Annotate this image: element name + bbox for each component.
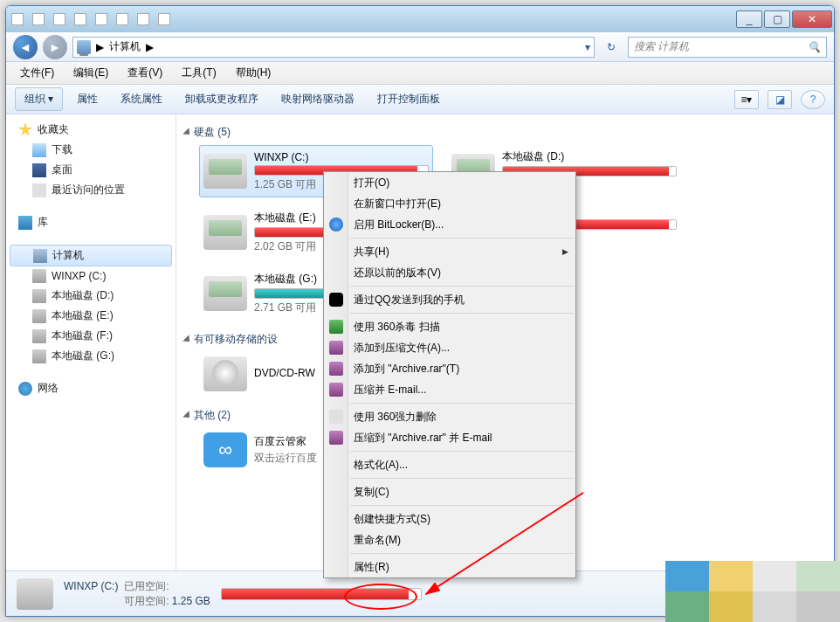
star-icon [18, 123, 32, 137]
cm-format[interactable]: 格式化(A)... [324, 454, 575, 475]
sidebar-computer[interactable]: 计算机 [10, 245, 172, 266]
breadcrumb-sep: ▶ [96, 41, 104, 53]
cm-open[interactable]: 打开(O) [324, 172, 575, 193]
minimize-button[interactable]: _ [736, 10, 762, 28]
delete-icon [329, 410, 343, 424]
preview-pane-button[interactable]: ◪ [768, 90, 792, 109]
sidebar-item-label: 本地磁盘 (F:) [52, 328, 113, 343]
sidebar-item-label: 下载 [52, 142, 72, 157]
maximize-button[interactable]: ▢ [764, 10, 790, 28]
chevron-down-icon [182, 411, 192, 420]
breadcrumb-root[interactable]: 计算机 [109, 39, 141, 54]
properties-button[interactable]: 属性 [68, 88, 107, 110]
titlebar-left-blur [6, 13, 734, 25]
cm-qq-send[interactable]: 通过QQ发送到我的手机 [324, 289, 575, 310]
close-button[interactable]: ✕ [792, 10, 832, 28]
window-controls: _ ▢ ✕ [734, 10, 832, 28]
drive-name: 本地磁盘 (D:) [502, 149, 677, 164]
menu-view[interactable]: 查看(V) [119, 63, 171, 83]
control-panel-button[interactable]: 打开控制面板 [368, 88, 449, 110]
cm-copy[interactable]: 复制(C) [324, 481, 575, 502]
archive-icon [329, 341, 343, 355]
cm-share[interactable]: 共享(H) [324, 241, 575, 262]
libraries-icon [18, 216, 32, 230]
sidebar-item-label: 网络 [38, 381, 59, 396]
sidebar-favorites[interactable]: 收藏夹 [6, 120, 176, 140]
section-title: 有可移动存储的设 [194, 332, 278, 347]
help-button[interactable]: ? [801, 90, 825, 109]
menu-help[interactable]: 帮助(H) [227, 63, 280, 83]
sidebar-item-label: 最近访问的位置 [52, 183, 125, 197]
back-button[interactable]: ◄ [13, 35, 38, 59]
drive-icon [203, 215, 247, 250]
cm-create-shortcut[interactable]: 创建快捷方式(S) [324, 508, 575, 529]
sidebar-recent[interactable]: 最近访问的位置 [6, 180, 176, 200]
drive-icon [203, 276, 247, 311]
cm-rename[interactable]: 重命名(M) [324, 529, 575, 550]
address-dropdown[interactable]: ▾ [585, 41, 590, 53]
sidebar-drive-c[interactable]: WINXP (C:) [6, 266, 176, 286]
sidebar-drive-f[interactable]: 本地磁盘 (F:) [6, 326, 176, 346]
shield-icon [329, 320, 343, 334]
computer-icon [33, 249, 47, 263]
context-menu: 打开(O) 在新窗口中打开(E) 启用 BitLocker(B)... 共享(H… [323, 171, 576, 578]
search-input[interactable]: 搜索 计算机 🔍 [628, 37, 827, 58]
address-bar[interactable]: ▶ 计算机 ▶ ▾ [72, 37, 595, 58]
nav-sidebar: 收藏夹 下载 桌面 最近访问的位置 库 计算机 WINXP (C:) 本地磁盘 … [6, 114, 176, 570]
cm-properties[interactable]: 属性(R) [324, 556, 575, 577]
refresh-button[interactable]: ↻ [600, 38, 623, 57]
cm-open-new-window[interactable]: 在新窗口中打开(E) [324, 193, 575, 214]
section-hdd[interactable]: 硬盘 (5) [178, 121, 832, 143]
cm-rar-email[interactable]: 压缩到 "Archive.rar" 并 E-mail [324, 427, 575, 448]
baidu-icon: ∞ [203, 432, 247, 467]
view-mode-button[interactable]: ≡▾ [734, 90, 759, 109]
sidebar-item-label: 桌面 [52, 162, 72, 177]
cm-bitlocker[interactable]: 启用 BitLocker(B)... [324, 214, 575, 235]
toolbar: 组织 ▾ 属性 系统属性 卸载或更改程序 映射网络驱动器 打开控制面板 ≡▾ ◪… [6, 85, 834, 114]
status-text: WINXP (C:) 已用空间: WINXP (C:) 可用空间: 1.25 G… [64, 579, 210, 609]
qq-icon [329, 293, 343, 307]
blur-decoration [665, 561, 840, 622]
chevron-down-icon [182, 335, 192, 344]
cm-add-archive[interactable]: 添加到压缩文件(A)... [324, 337, 575, 358]
breadcrumb-sep-2: ▶ [146, 41, 154, 53]
drive-name: WINXP (C:) [254, 151, 429, 163]
recent-icon [32, 183, 46, 197]
menu-file[interactable]: 文件(F) [11, 63, 63, 83]
system-properties-button[interactable]: 系统属性 [112, 88, 171, 110]
menu-tools[interactable]: 工具(T) [173, 63, 224, 83]
cm-compress-email[interactable]: 压缩并 E-mail... [324, 379, 575, 400]
search-icon: 🔍 [808, 41, 821, 53]
archive-icon [329, 431, 343, 445]
sidebar-item-label: 本地磁盘 (D:) [52, 288, 114, 303]
cm-360-scan[interactable]: 使用 360杀毒 扫描 [324, 316, 575, 337]
drive-icon [32, 269, 46, 283]
drive-icon [32, 349, 46, 363]
section-title: 其他 (2) [194, 408, 231, 423]
network-icon [18, 382, 32, 396]
status-drive-name: WINXP (C:) [64, 580, 118, 592]
computer-icon [77, 40, 91, 54]
map-drive-button[interactable]: 映射网络驱动器 [272, 88, 363, 110]
organize-button[interactable]: 组织 ▾ [15, 87, 63, 111]
section-title: 硬盘 (5) [194, 125, 231, 140]
sidebar-drive-g[interactable]: 本地磁盘 (G:) [6, 346, 176, 366]
sidebar-drive-e[interactable]: 本地磁盘 (E:) [6, 306, 176, 326]
uninstall-button[interactable]: 卸载或更改程序 [176, 88, 267, 110]
menu-edit[interactable]: 编辑(E) [65, 63, 117, 83]
sidebar-network[interactable]: 网络 [6, 378, 176, 398]
sidebar-item-label: 计算机 [52, 248, 84, 263]
cm-restore-versions[interactable]: 还原以前的版本(V) [324, 262, 575, 283]
forward-button[interactable]: ► [43, 35, 67, 59]
sidebar-desktop[interactable]: 桌面 [6, 160, 176, 180]
chevron-down-icon [182, 128, 192, 137]
download-icon [32, 143, 46, 157]
sidebar-drive-d[interactable]: 本地磁盘 (D:) [6, 286, 176, 306]
sidebar-item-label: 本地磁盘 (G:) [52, 349, 114, 363]
cm-add-archive-rar[interactable]: 添加到 "Archive.rar"(T) [324, 358, 575, 379]
dvd-icon [203, 356, 247, 391]
sidebar-libraries[interactable]: 库 [6, 212, 176, 232]
sidebar-downloads[interactable]: 下载 [6, 140, 176, 160]
drive-icon [32, 329, 46, 343]
cm-360-force-delete[interactable]: 使用 360强力删除 [324, 406, 575, 427]
